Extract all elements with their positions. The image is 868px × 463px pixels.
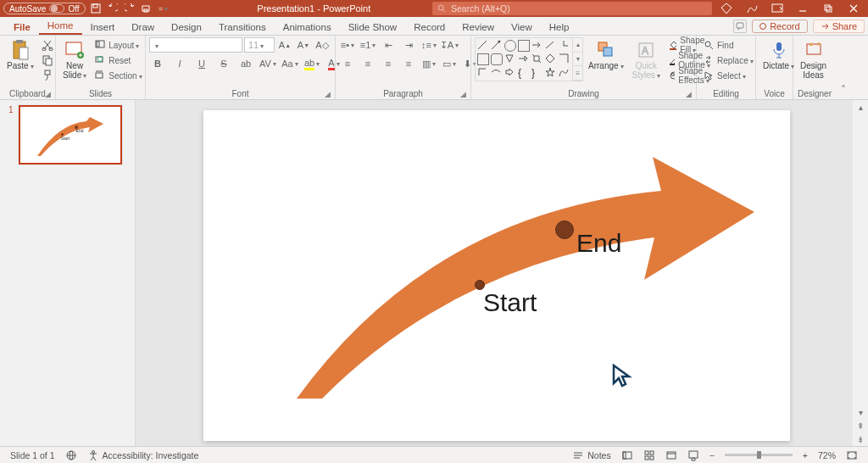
font-launcher-icon[interactable]: ◢: [323, 90, 331, 98]
shadow-button[interactable]: ab: [237, 56, 254, 71]
decrease-indent-icon[interactable]: ⇤: [380, 37, 397, 53]
tab-file[interactable]: File: [5, 20, 39, 35]
maximize-icon[interactable]: [819, 2, 837, 15]
record-button[interactable]: Record: [752, 20, 807, 33]
vertical-scrollbar[interactable]: ▴ ▾ ⇞ ⇟: [853, 100, 868, 446]
draw-tool-icon[interactable]: [743, 2, 761, 15]
zoom-thumb[interactable]: [757, 451, 761, 459]
dictate-button[interactable]: Dictate: [760, 37, 798, 72]
tab-help[interactable]: Help: [541, 20, 578, 35]
drawing-launcher-icon[interactable]: ◢: [684, 90, 693, 98]
scroll-down-icon[interactable]: ▾: [853, 405, 868, 419]
slide-thumbnail-panel[interactable]: 1 Start End: [0, 100, 136, 446]
paragraph-launcher-icon[interactable]: ◢: [459, 90, 467, 98]
zoom-out-button[interactable]: −: [704, 450, 720, 460]
align-text-icon[interactable]: ▭: [441, 56, 458, 71]
line-spacing-icon[interactable]: ↕≡: [420, 37, 437, 53]
align-center-icon[interactable]: ≡: [359, 56, 376, 71]
redo-icon[interactable]: [123, 2, 136, 15]
save-icon[interactable]: [89, 2, 103, 15]
zoom-slider[interactable]: [725, 454, 793, 456]
arrange-button[interactable]: Arrange: [585, 37, 627, 72]
next-slide-icon[interactable]: ⇟: [853, 432, 868, 446]
tab-draw[interactable]: Draw: [123, 20, 163, 35]
tab-record[interactable]: Record: [405, 20, 453, 35]
replace-button[interactable]: Replace: [700, 53, 757, 68]
layout-button[interactable]: Layout: [92, 37, 145, 53]
autosave-toggle[interactable]: AutoSave Off: [3, 3, 86, 14]
start-label[interactable]: Start: [483, 288, 537, 317]
normal-view-icon[interactable]: [616, 449, 638, 461]
collapse-ribbon-icon[interactable]: ˄: [836, 36, 851, 99]
tab-review[interactable]: Review: [453, 20, 503, 35]
minimize-icon[interactable]: [793, 2, 812, 15]
shapes-gallery-scroll[interactable]: ▴▾≡: [572, 38, 582, 81]
tab-animations[interactable]: Animations: [275, 20, 340, 35]
tab-slideshow[interactable]: Slide Show: [340, 20, 406, 35]
text-direction-icon[interactable]: ↧A: [441, 37, 458, 53]
format-painter-icon[interactable]: [39, 68, 56, 83]
sorter-view-icon[interactable]: [638, 449, 660, 461]
increase-indent-icon[interactable]: ⇥: [400, 37, 417, 53]
strike-button[interactable]: S: [215, 56, 232, 71]
paste-button[interactable]: Paste: [3, 37, 37, 72]
zoom-in-button[interactable]: +: [798, 450, 813, 460]
language-button[interactable]: [60, 449, 82, 461]
slideshow-view-icon[interactable]: [682, 449, 704, 461]
search-box[interactable]: Search (Alt+Q): [432, 2, 712, 15]
tab-transitions[interactable]: Transitions: [210, 20, 275, 35]
font-size-combo[interactable]: 11: [244, 37, 275, 53]
char-spacing-button[interactable]: AV: [259, 56, 276, 71]
quick-styles-button[interactable]: A Quick Styles: [629, 37, 664, 81]
tab-design[interactable]: Design: [163, 20, 210, 35]
underline-button[interactable]: U: [193, 56, 210, 71]
slide-indicator[interactable]: Slide 1 of 1: [5, 450, 60, 460]
slide-thumbnail-1[interactable]: Start End: [19, 105, 122, 165]
reset-button[interactable]: Reset: [92, 53, 145, 68]
bold-button[interactable]: B: [149, 56, 166, 71]
tab-view[interactable]: View: [503, 20, 541, 35]
fit-to-window-icon[interactable]: [841, 449, 863, 461]
slide-editor[interactable]: Start End: [136, 100, 868, 446]
design-ideas-button[interactable]: Design Ideas: [797, 37, 830, 81]
decrease-font-icon[interactable]: A▼: [295, 37, 312, 53]
reading-view-icon[interactable]: [660, 449, 682, 461]
notes-button[interactable]: Notes: [567, 449, 615, 461]
select-button[interactable]: Select: [700, 68, 757, 83]
accessibility-button[interactable]: Accessibility: Investigate: [82, 449, 204, 461]
end-label[interactable]: End: [576, 229, 621, 258]
section-button[interactable]: Section: [92, 68, 145, 83]
find-button[interactable]: Find: [700, 37, 757, 53]
justify-icon[interactable]: ≡: [400, 56, 417, 71]
slide-canvas[interactable]: Start End: [203, 110, 790, 441]
font-family-combo[interactable]: [149, 37, 242, 53]
copy-icon[interactable]: [39, 53, 56, 68]
align-right-icon[interactable]: ≡: [380, 56, 397, 71]
highlight-button[interactable]: ab: [303, 56, 320, 71]
zoom-level[interactable]: 72%: [813, 450, 841, 460]
comments-icon[interactable]: [733, 20, 747, 33]
new-slide-button[interactable]: New Slide: [59, 37, 90, 81]
ribbon-display-icon[interactable]: [768, 2, 787, 15]
change-case-button[interactable]: Aa: [281, 56, 298, 71]
tab-insert[interactable]: Insert: [82, 20, 124, 35]
shapes-gallery[interactable]: {}: [476, 38, 572, 81]
end-dot[interactable]: [555, 220, 574, 239]
scroll-up-icon[interactable]: ▴: [853, 100, 868, 114]
prev-slide-icon[interactable]: ⇞: [853, 419, 868, 432]
qat-customize-icon[interactable]: =: [157, 2, 170, 15]
clear-formatting-icon[interactable]: A◇: [314, 37, 331, 53]
undo-icon[interactable]: [106, 2, 120, 15]
curved-arrow-shape[interactable]: [288, 144, 763, 407]
tab-home[interactable]: Home: [39, 18, 82, 35]
columns-icon[interactable]: ▥: [420, 56, 437, 71]
start-from-beginning-icon[interactable]: [140, 2, 153, 15]
italic-button[interactable]: I: [171, 56, 188, 71]
increase-font-icon[interactable]: A▲: [276, 37, 293, 53]
numbering-icon[interactable]: ≡1: [359, 37, 376, 53]
close-icon[interactable]: [844, 2, 863, 15]
cut-icon[interactable]: [39, 37, 56, 53]
bullets-icon[interactable]: ≡•: [339, 37, 356, 53]
clipboard-launcher-icon[interactable]: ◢: [43, 90, 52, 98]
align-left-icon[interactable]: ≡: [339, 56, 356, 71]
